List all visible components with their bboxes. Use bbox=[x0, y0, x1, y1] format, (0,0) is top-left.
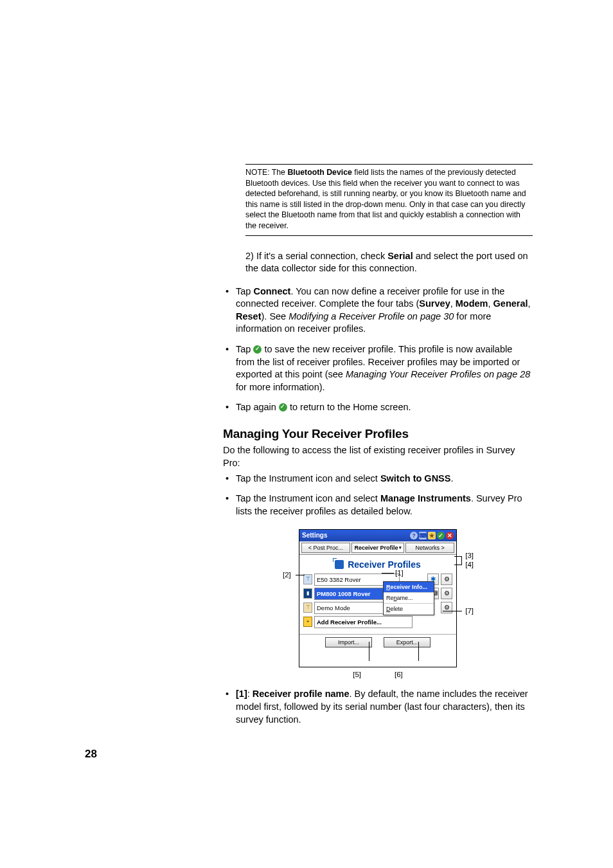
bullet-connect: Tap Connect. You can now define a receiv… bbox=[223, 285, 533, 336]
callout-7: [7] bbox=[465, 606, 474, 617]
check-icon bbox=[253, 345, 262, 354]
footnote-1: [1]: Receiver profile name. By default, … bbox=[223, 688, 533, 726]
context-rename[interactable]: Rename... bbox=[384, 593, 434, 604]
note-rest: field lists the names of the previously … bbox=[245, 168, 526, 230]
callout-4: [4] bbox=[465, 560, 474, 570]
keyboard-icon[interactable]: ⌨ bbox=[419, 532, 427, 539]
screenshot-settings: Settings ? ⌨ ★ ✓ ✕ < Post Proc... Receiv… bbox=[299, 529, 457, 667]
bottom-buttons: Import... Export... bbox=[299, 634, 456, 649]
antenna-icon: ⊤ bbox=[303, 602, 312, 613]
help-icon[interactable]: ? bbox=[410, 532, 418, 539]
check-icon bbox=[279, 403, 287, 411]
panel-title: Receiver Profiles bbox=[299, 555, 456, 574]
tab-active[interactable]: Receiver Profile▾ bbox=[351, 543, 405, 553]
callout-6: [6] bbox=[395, 670, 403, 680]
tab-prev[interactable]: < Post Proc... bbox=[301, 543, 350, 553]
add-profile-row[interactable]: + Add Receiver Profile... bbox=[303, 616, 452, 628]
callout-2: [2] bbox=[283, 570, 291, 581]
gear-icon[interactable]: ⚙ bbox=[441, 588, 452, 599]
gear-icon[interactable]: ⚙ bbox=[441, 602, 452, 613]
window-title: Settings bbox=[302, 531, 327, 540]
gear-icon[interactable]: ⚙ bbox=[441, 574, 452, 585]
bullet-save: Tap to save the new receiver profile. Th… bbox=[223, 343, 533, 393]
plus-icon: + bbox=[303, 617, 312, 627]
context-delete[interactable]: Delete bbox=[384, 604, 434, 614]
window-titlebar: Settings ? ⌨ ★ ✓ ✕ bbox=[299, 530, 456, 541]
context-receiver-info[interactable]: Receiver Info... bbox=[384, 582, 434, 593]
satellite-icon bbox=[335, 560, 344, 569]
callout-5: [5] bbox=[353, 670, 361, 680]
page-number: 28 bbox=[85, 747, 97, 762]
bullet-return: Tap again to return to the Home screen. bbox=[223, 401, 533, 414]
context-menu: Receiver Info... Rename... Delete bbox=[383, 581, 434, 615]
note-prefix: NOTE: The bbox=[245, 168, 287, 177]
import-button[interactable]: Import... bbox=[325, 637, 372, 647]
note-bold: Bluetooth Device bbox=[287, 168, 351, 177]
sub-bullet-1: Tap the Instrument icon and select Switc… bbox=[223, 473, 533, 485]
note-block: NOTE: The Bluetooth Device field lists t… bbox=[245, 164, 533, 236]
step2: 2) If it's a serial connection, check Se… bbox=[245, 250, 533, 275]
ok-icon[interactable]: ✓ bbox=[437, 532, 445, 539]
intro: Do the following to access the list of e… bbox=[223, 444, 533, 469]
tab-next[interactable]: Networks > bbox=[405, 543, 454, 553]
export-button[interactable]: Export... bbox=[384, 637, 431, 647]
star-icon[interactable]: ★ bbox=[428, 532, 436, 539]
sub-bullet-2: Tap the Instrument icon and select Manag… bbox=[223, 493, 533, 518]
heading-managing-profiles: Managing Your Receiver Profiles bbox=[223, 426, 533, 442]
tabs: < Post Proc... Receiver Profile▾ Network… bbox=[299, 541, 456, 555]
add-profile-label: Add Receiver Profile... bbox=[314, 616, 413, 628]
antenna-icon: ⊤ bbox=[303, 574, 312, 584]
close-icon[interactable]: ✕ bbox=[446, 532, 454, 539]
callout-1: [1] bbox=[395, 568, 404, 579]
receiver-icon: ▮ bbox=[303, 588, 312, 599]
